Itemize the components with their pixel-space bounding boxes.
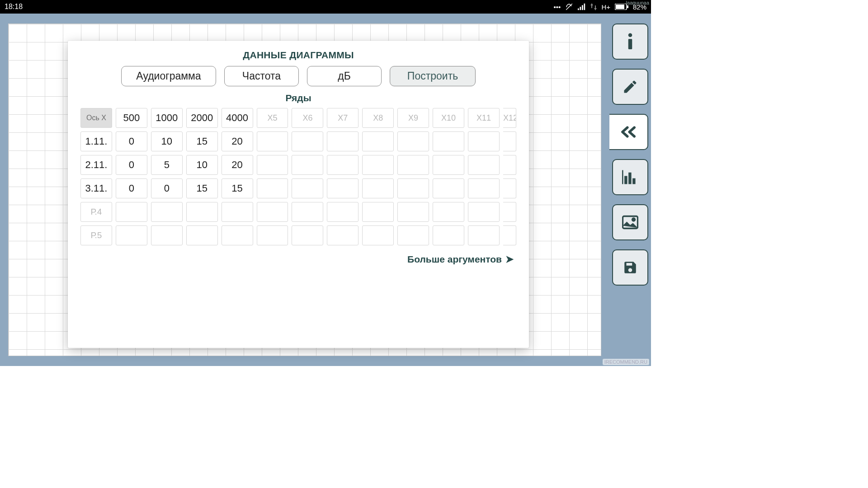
chart-name-button[interactable]: Аудиограмма bbox=[121, 66, 216, 86]
y-axis-button[interactable]: дБ bbox=[307, 66, 382, 86]
data-cell[interactable] bbox=[292, 131, 323, 151]
data-cell[interactable]: 20 bbox=[222, 131, 253, 151]
data-cell[interactable] bbox=[433, 202, 464, 222]
data-cell[interactable] bbox=[257, 202, 288, 222]
data-cell[interactable] bbox=[468, 202, 500, 222]
data-cell[interactable]: 0 bbox=[116, 178, 147, 198]
x-placeholder-cell[interactable]: X8 bbox=[362, 108, 394, 128]
data-cell[interactable] bbox=[397, 131, 429, 151]
x-axis-header-cell[interactable]: Ось X bbox=[80, 108, 112, 128]
table-row: 1.11. 0 10 15 20 bbox=[80, 131, 516, 151]
data-cell[interactable] bbox=[257, 155, 288, 175]
data-cell[interactable] bbox=[433, 178, 464, 198]
data-cell[interactable] bbox=[362, 178, 394, 198]
data-cell[interactable] bbox=[327, 202, 359, 222]
svg-rect-10 bbox=[624, 176, 627, 184]
data-cell[interactable]: 10 bbox=[151, 131, 183, 151]
data-table: Ось X 500 1000 2000 4000 X5 X6 X7 X8 X9 … bbox=[80, 108, 516, 245]
chart-button[interactable] bbox=[612, 159, 648, 195]
data-cell[interactable] bbox=[327, 131, 359, 151]
data-cell[interactable] bbox=[503, 155, 516, 175]
save-icon bbox=[623, 260, 638, 275]
signal-icon bbox=[578, 3, 586, 10]
save-button[interactable] bbox=[612, 249, 648, 286]
data-cell[interactable] bbox=[186, 202, 218, 222]
data-cell[interactable] bbox=[397, 178, 429, 198]
info-icon bbox=[623, 33, 638, 51]
info-button[interactable] bbox=[612, 23, 648, 60]
data-cell[interactable] bbox=[292, 155, 323, 175]
data-cell[interactable] bbox=[222, 202, 253, 222]
build-button[interactable]: Построить bbox=[390, 66, 476, 86]
data-cell[interactable] bbox=[362, 225, 394, 245]
x-placeholder-cell[interactable]: X5 bbox=[257, 108, 288, 128]
collapse-button[interactable] bbox=[609, 114, 648, 150]
data-cell[interactable] bbox=[151, 225, 183, 245]
data-cell[interactable] bbox=[397, 225, 429, 245]
row-label-placeholder[interactable]: Р.4 bbox=[80, 202, 112, 222]
svg-rect-0 bbox=[578, 9, 579, 10]
data-cell[interactable] bbox=[116, 202, 147, 222]
table-header-row: Ось X 500 1000 2000 4000 X5 X6 X7 X8 X9 … bbox=[80, 108, 516, 128]
data-cell[interactable]: 15 bbox=[186, 178, 218, 198]
row-label-cell[interactable]: 2.11. bbox=[80, 155, 112, 175]
data-cell[interactable] bbox=[327, 225, 359, 245]
edit-button[interactable] bbox=[612, 69, 648, 105]
x-value-cell[interactable]: 4000 bbox=[222, 108, 253, 128]
x-placeholder-cell[interactable]: X7 bbox=[327, 108, 359, 128]
data-cell[interactable] bbox=[397, 202, 429, 222]
data-cell[interactable] bbox=[186, 225, 218, 245]
data-cell[interactable] bbox=[433, 155, 464, 175]
data-cell[interactable]: 15 bbox=[186, 131, 218, 151]
data-cell[interactable] bbox=[292, 178, 323, 198]
svg-rect-2 bbox=[582, 5, 583, 10]
x-axis-button[interactable]: Частота bbox=[224, 66, 299, 86]
data-cell[interactable] bbox=[362, 131, 394, 151]
network-type: H+ bbox=[601, 3, 610, 11]
data-cell[interactable] bbox=[116, 225, 147, 245]
data-cell[interactable] bbox=[151, 202, 183, 222]
data-cell[interactable] bbox=[327, 178, 359, 198]
data-cell[interactable] bbox=[257, 131, 288, 151]
data-cell[interactable]: 0 bbox=[151, 178, 183, 198]
data-cell[interactable]: 20 bbox=[222, 155, 253, 175]
data-cell[interactable] bbox=[468, 225, 500, 245]
data-cell[interactable] bbox=[503, 131, 516, 151]
x-value-cell[interactable]: 500 bbox=[116, 108, 147, 128]
data-cell[interactable] bbox=[503, 178, 516, 198]
data-cell[interactable] bbox=[503, 202, 516, 222]
data-cell[interactable]: 15 bbox=[222, 178, 253, 198]
data-cell[interactable] bbox=[468, 155, 500, 175]
data-cell[interactable] bbox=[433, 225, 464, 245]
x-placeholder-cell[interactable]: X12 bbox=[503, 108, 516, 128]
data-cell[interactable] bbox=[257, 178, 288, 198]
x-placeholder-cell[interactable]: X9 bbox=[397, 108, 429, 128]
x-value-cell[interactable]: 2000 bbox=[186, 108, 218, 128]
more-arguments-link[interactable]: Больше аргументов ➤ bbox=[80, 253, 516, 265]
data-cell[interactable] bbox=[362, 155, 394, 175]
data-cell[interactable] bbox=[397, 155, 429, 175]
data-cell[interactable]: 0 bbox=[116, 131, 147, 151]
collapse-icon bbox=[618, 124, 638, 140]
data-cell[interactable] bbox=[433, 131, 464, 151]
data-cell[interactable] bbox=[292, 225, 323, 245]
image-button[interactable] bbox=[612, 204, 648, 240]
x-placeholder-cell[interactable]: X11 bbox=[468, 108, 500, 128]
data-cell[interactable]: 0 bbox=[116, 155, 147, 175]
x-placeholder-cell[interactable]: X10 bbox=[433, 108, 464, 128]
row-label-placeholder[interactable]: Р.5 bbox=[80, 225, 112, 245]
row-label-cell[interactable]: 3.11. bbox=[80, 178, 112, 198]
data-cell[interactable]: 10 bbox=[186, 155, 218, 175]
data-cell[interactable] bbox=[468, 131, 500, 151]
data-cell[interactable]: 5 bbox=[151, 155, 183, 175]
data-cell[interactable] bbox=[292, 202, 323, 222]
data-cell[interactable] bbox=[257, 225, 288, 245]
x-value-cell[interactable]: 1000 bbox=[151, 108, 183, 128]
x-placeholder-cell[interactable]: X6 bbox=[292, 108, 323, 128]
data-cell[interactable] bbox=[362, 202, 394, 222]
data-cell[interactable] bbox=[327, 155, 359, 175]
data-cell[interactable] bbox=[468, 178, 500, 198]
data-cell[interactable] bbox=[222, 225, 253, 245]
data-cell[interactable] bbox=[503, 225, 516, 245]
row-label-cell[interactable]: 1.11. bbox=[80, 131, 112, 151]
